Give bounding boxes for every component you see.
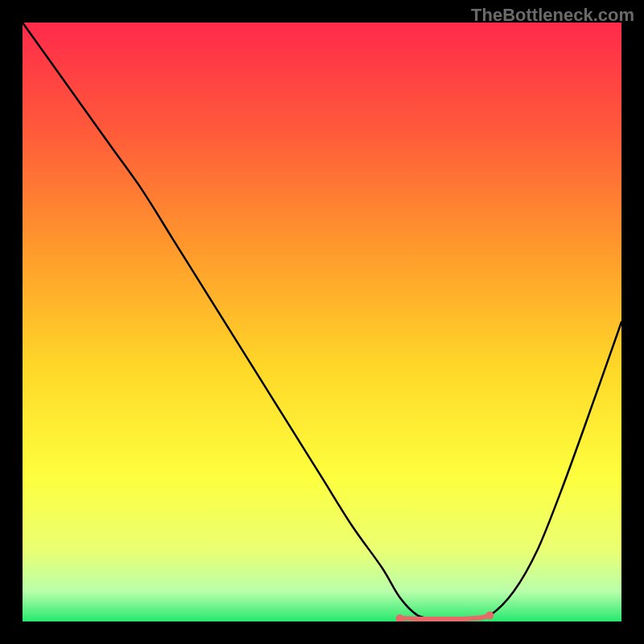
- gradient-background: [23, 23, 621, 621]
- band-marker-right: [485, 612, 493, 620]
- plot-area: [23, 23, 621, 621]
- watermark-text: TheBottleneck.com: [471, 5, 634, 26]
- chart-container: TheBottleneck.com: [0, 0, 644, 644]
- plot-svg: [23, 23, 621, 621]
